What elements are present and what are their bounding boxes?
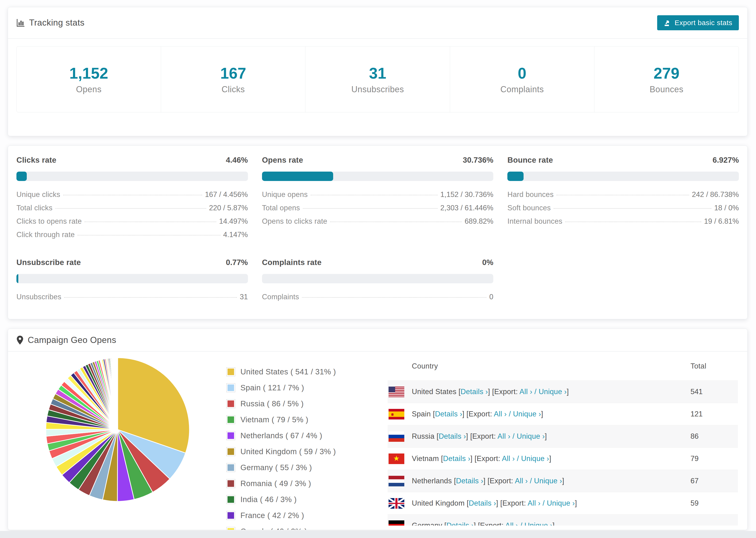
rate-rows: Hard bounces 242 / 86.738% Soft bounces … xyxy=(507,190,739,231)
bracket: [ xyxy=(467,499,469,507)
legend-label: India ( 46 / 3% ) xyxy=(241,495,297,504)
export-label: [Export: xyxy=(474,455,502,463)
legend-swatch xyxy=(226,431,235,440)
export-all-link[interactable]: All › xyxy=(498,432,511,440)
rate-panel-title: Clicks rate xyxy=(17,156,56,165)
export-unique-link[interactable]: Unique › xyxy=(513,410,541,418)
legend-swatch xyxy=(226,463,235,472)
export-all-link[interactable]: All › xyxy=(527,499,540,507)
export-all-link[interactable]: All › xyxy=(519,388,532,396)
legend-item: United States ( 541 / 31% ) xyxy=(226,364,336,380)
bracket: ] xyxy=(483,477,488,485)
export-unique-link[interactable]: Unique › xyxy=(517,432,545,440)
bracket: ] xyxy=(470,455,475,463)
rate-row-label: Unique opens xyxy=(262,190,308,199)
bracket: ] xyxy=(549,455,551,463)
country-name: United States xyxy=(412,388,459,396)
rate-row: Click through rate 4.147% xyxy=(17,231,248,244)
details-link[interactable]: Details › xyxy=(456,477,483,485)
rate-panel-title: Complaints rate xyxy=(262,258,322,267)
rate-progress-track xyxy=(17,172,248,181)
rate-row-label: Click through rate xyxy=(17,231,75,239)
bracket: ] xyxy=(567,388,569,396)
rate-row-label: Clicks to opens rate xyxy=(17,217,82,226)
legend-label: Netherlands ( 67 / 4% ) xyxy=(241,431,322,440)
export-unique-link[interactable]: Unique › xyxy=(539,388,567,396)
details-link[interactable]: Details › xyxy=(460,388,488,396)
legend-item: Romania ( 49 / 3% ) xyxy=(226,476,336,492)
bar-chart-icon xyxy=(17,19,25,27)
country-flag-icon xyxy=(389,498,404,509)
rate-row-value: 220 / 5.87% xyxy=(209,204,248,212)
stat-box: 167 Clicks xyxy=(161,46,305,112)
table-row: Spain [Details ›] [Export: All › / Uniqu… xyxy=(388,403,738,425)
rate-progress-track xyxy=(262,172,494,181)
rate-row-value: 0 xyxy=(489,293,493,301)
country-flag-icon xyxy=(389,520,404,526)
rate-panel: Bounce rate 6.927% Hard bounces 242 / 86… xyxy=(507,156,739,244)
geo-title: Campaign Geo Opens xyxy=(17,335,116,345)
export-unique-link[interactable]: Unique › xyxy=(521,455,549,463)
export-label: [Export: xyxy=(478,521,505,525)
rate-row-value: 1,152 / 30.736% xyxy=(441,190,494,199)
rates-grid: Clicks rate 4.46% Unique clicks 167 / 4.… xyxy=(8,146,747,306)
geo-col-total: Total xyxy=(690,362,706,370)
details-link[interactable]: Details › xyxy=(435,410,462,418)
details-link[interactable]: Details › xyxy=(439,432,466,440)
rate-row-label: Soft bounces xyxy=(507,204,551,212)
dotted-leader xyxy=(557,195,689,195)
stat-value: 31 xyxy=(369,64,386,82)
stats-row: 1,152 Opens 167 Clicks 31 Unsubscribes 0… xyxy=(17,46,739,112)
export-all-link[interactable]: All › xyxy=(494,410,507,418)
geo-body: United States ( 541 / 31% ) Spain ( 121 … xyxy=(8,351,747,521)
rate-rows: Unsubscribes 31 xyxy=(17,293,248,306)
country-name: Netherlands xyxy=(412,477,454,485)
stat-label: Complaints xyxy=(500,84,544,94)
rate-rows: Complaints 0 xyxy=(262,293,494,306)
stat-value: 279 xyxy=(654,64,679,82)
country-cell-text: Netherlands [Details ›] [Export: All › /… xyxy=(412,477,564,485)
export-all-link[interactable]: All › xyxy=(502,455,515,463)
rate-row: Opens to clicks rate 689.82% xyxy=(262,217,494,231)
export-all-link[interactable]: All › xyxy=(515,477,528,485)
dotted-leader xyxy=(64,297,237,297)
slash: / xyxy=(515,455,521,463)
country-flag-icon xyxy=(389,431,404,442)
rate-panel-title: Bounce rate xyxy=(507,156,553,165)
rate-row: Total opens 2,303 / 61.446% xyxy=(262,204,494,217)
export-unique-link[interactable]: Unique › xyxy=(524,521,553,525)
country-cell-text: Spain [Details ›] [Export: All › / Uniqu… xyxy=(412,410,543,418)
rate-row: Complaints 0 xyxy=(262,293,494,306)
export-basic-stats-button[interactable]: Export basic stats xyxy=(657,15,739,30)
country-cell-text: Vietnam [Details ›] [Export: All › / Uni… xyxy=(412,455,551,463)
rate-row-value: 167 / 4.456% xyxy=(205,190,248,199)
rate-rows: Unique opens 1,152 / 30.736% Total opens… xyxy=(262,190,494,231)
country-name: Spain xyxy=(412,410,433,418)
bracket: ] xyxy=(474,521,478,525)
legend-item: Germany ( 55 / 3% ) xyxy=(226,459,336,476)
stat-value: 167 xyxy=(220,64,246,82)
dotted-leader xyxy=(565,222,701,222)
rate-row-label: Total clicks xyxy=(17,204,52,212)
rate-row-label: Unique clicks xyxy=(17,190,60,199)
table-row: United Kingdom [Details ›] [Export: All … xyxy=(388,492,738,514)
export-unique-link[interactable]: Unique › xyxy=(547,499,575,507)
dotted-leader xyxy=(55,208,206,209)
geo-header: Campaign Geo Opens xyxy=(8,329,747,351)
bracket: ] xyxy=(496,499,500,507)
pie-slice[interactable] xyxy=(117,358,118,430)
legend-item: United Kingdom ( 59 / 3% ) xyxy=(226,444,336,459)
stat-label: Opens xyxy=(76,84,102,94)
legend-swatch xyxy=(226,495,235,504)
geo-opens-pie-chart[interactable] xyxy=(42,354,193,505)
details-link[interactable]: Details › xyxy=(443,455,470,463)
bracket: ] xyxy=(545,432,547,440)
export-unique-link[interactable]: Unique › xyxy=(534,477,562,485)
table-row: Germany [Details ›] [Export: All › / Uni… xyxy=(388,514,738,525)
export-label: [Export: xyxy=(466,410,494,418)
details-link[interactable]: Details › xyxy=(469,499,496,507)
export-all-link[interactable]: All › xyxy=(505,521,518,525)
details-link[interactable]: Details › xyxy=(446,521,473,525)
rate-panel-value: 30.736% xyxy=(463,156,493,165)
bracket: [ xyxy=(441,455,443,463)
